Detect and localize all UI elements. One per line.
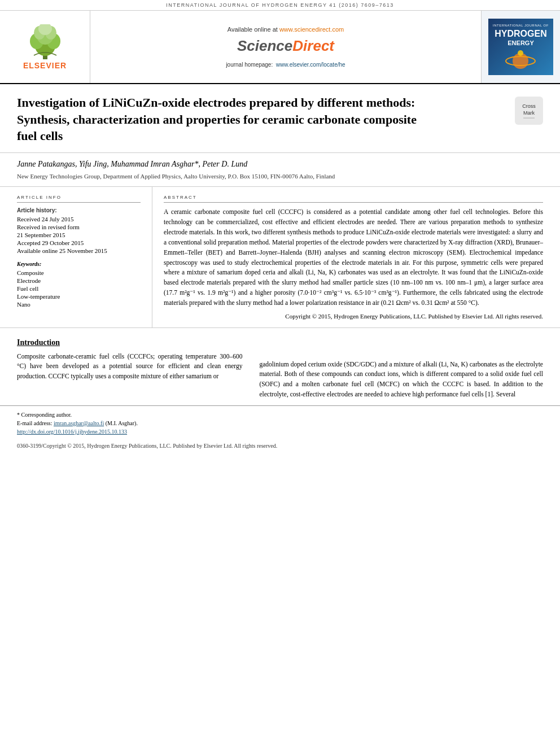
available-date: Available online 25 November 2015 xyxy=(17,247,141,254)
sciencedirect-url[interactable]: www.sciencedirect.com xyxy=(279,26,344,33)
crossmark-icon[interactable]: Cross Mark xyxy=(515,97,543,125)
two-col-section: ARTICLE INFO Article history: Received 2… xyxy=(0,187,560,327)
paper-title: Investigation of LiNiCuZn-oxide electrod… xyxy=(17,94,429,145)
introduction-left-text: Composite carbonate-ceramic fuel cells (… xyxy=(17,352,242,382)
doi-link[interactable]: http://dx.doi.org/10.1016/j.ijhydene.201… xyxy=(17,429,127,435)
article-history-label: Article history: xyxy=(17,207,141,213)
introduction-heading: Introduction xyxy=(17,338,242,347)
abstract-copyright: Copyright © 2015, Hydrogen Energy Public… xyxy=(164,313,543,320)
journal-center: Available online at www.sciencedirect.co… xyxy=(90,11,481,83)
authors-section: Janne Patakangas, Yifu Jing, Muhammad Im… xyxy=(0,153,560,187)
introduction-right-text: gadolinium doped cerium oxide (SDC/GDC) … xyxy=(259,360,543,400)
intro-right-col: gadolinium doped cerium oxide (SDC/GDC) … xyxy=(253,334,543,400)
abstract-heading: ABSTRACT xyxy=(164,195,543,203)
revised-label: Received in revised form xyxy=(17,224,141,230)
keywords-heading: Keywords: xyxy=(17,261,141,267)
elsevier-tree-icon xyxy=(23,24,68,61)
keyword-fuel-cell: Fuel cell xyxy=(17,285,141,292)
elsevier-logo-section: ELSEVIER xyxy=(0,11,90,83)
journal-logo-graphic-icon xyxy=(505,49,536,70)
issn-line: 0360-3199/Copyright © 2015, Hydrogen Ene… xyxy=(0,440,560,451)
svg-point-10 xyxy=(518,50,523,56)
journal-logo-hydrogen: HYDROGEN xyxy=(495,29,546,38)
keyword-electrode: Electrode xyxy=(17,277,141,284)
article-info-col: ARTICLE INFO Article history: Received 2… xyxy=(17,187,152,327)
email-link[interactable]: imran.asghar@aalto.fi xyxy=(54,420,104,426)
authors-line: Janne Patakangas, Yifu Jing, Muhammad Im… xyxy=(17,160,543,169)
abstract-text: A ceramic carbonate composite fuel cell … xyxy=(164,207,543,308)
accepted-date: Accepted 29 October 2015 xyxy=(17,239,141,246)
journal-logo-intl: International Journal of xyxy=(493,24,549,28)
title-section: Investigation of LiNiCuZn-oxide electrod… xyxy=(0,84,560,153)
abstract-col: ABSTRACT A ceramic carbonate composite f… xyxy=(152,187,543,327)
journal-logo-energy: ENERGY xyxy=(508,40,533,46)
intro-left-col: Introduction Composite carbonate-ceramic… xyxy=(17,334,253,400)
svg-text:Cross: Cross xyxy=(522,103,536,109)
journal-homepage-link[interactable]: www.elsevier.com/locate/he xyxy=(276,62,345,68)
email-note: E-mail address: imran.asghar@aalto.fi (M… xyxy=(17,419,543,427)
journal-homepage: journal homepage: www.elsevier.com/locat… xyxy=(226,62,345,68)
keyword-composite: Composite xyxy=(17,269,141,276)
received-date: Received 24 July 2015 xyxy=(17,216,141,222)
corresponding-author-note: * Corresponding author. xyxy=(17,410,543,419)
keyword-low-temp: Low-temperature xyxy=(17,293,141,300)
sciencedirect-logo: ScienceDirect xyxy=(237,37,334,55)
introduction-section: Introduction Composite carbonate-ceramic… xyxy=(0,334,560,400)
header-area: ELSEVIER Available online at www.science… xyxy=(0,11,560,84)
doi-note: http://dx.doi.org/10.1016/j.ijhydene.201… xyxy=(17,427,543,436)
journal-bar: INTERNATIONAL JOURNAL OF HYDROGEN ENERGY… xyxy=(0,0,560,11)
available-online-text: Available online at www.sciencedirect.co… xyxy=(228,26,344,33)
elsevier-wordmark: ELSEVIER xyxy=(23,61,67,70)
journal-bar-text: INTERNATIONAL JOURNAL OF HYDROGEN ENERGY… xyxy=(166,2,394,8)
journal-logo-section: International Journal of HYDROGEN ENERGY xyxy=(481,11,560,83)
footnotes-section: * Corresponding author. E-mail address: … xyxy=(0,405,560,440)
keyword-nano: Nano xyxy=(17,301,141,308)
affiliation-line: New Energy Technologies Group, Departmen… xyxy=(17,172,543,181)
svg-text:Mark: Mark xyxy=(523,110,535,116)
article-info-heading: ARTICLE INFO xyxy=(17,195,141,203)
journal-logo-box: International Journal of HYDROGEN ENERGY xyxy=(488,19,553,75)
revised-date: 21 September 2015 xyxy=(17,231,141,238)
